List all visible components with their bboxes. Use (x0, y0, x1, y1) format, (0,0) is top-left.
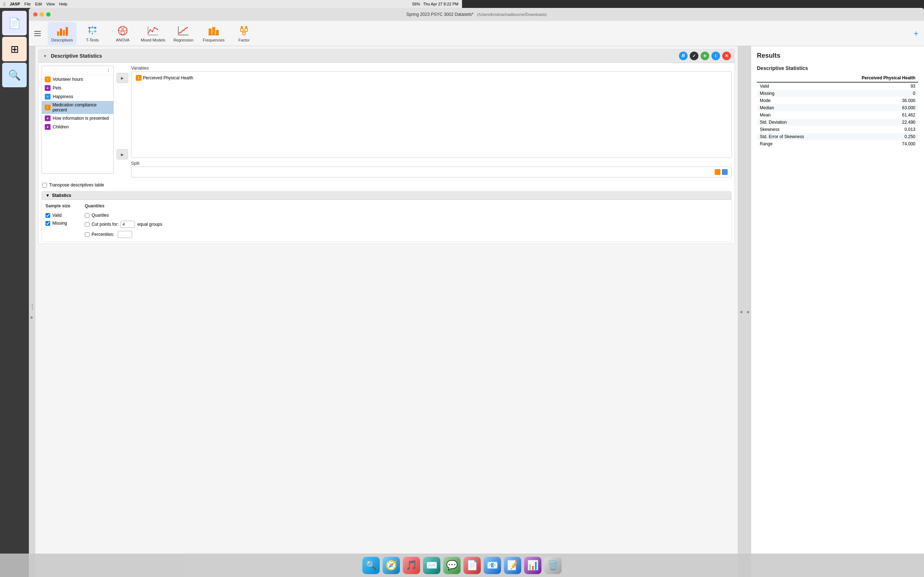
svg-line-35 (179, 27, 188, 34)
battery-status: 56% (412, 2, 420, 6)
var-item-how-info[interactable]: ● How information is presented (42, 114, 113, 122)
datetime: Thu Apr 27 8:22 PM (423, 2, 459, 6)
svg-marker-15 (92, 26, 93, 29)
var-item-volunteer-hours[interactable]: ⟨ Volunteer hours (42, 75, 113, 84)
toolbar-mixed-models[interactable]: Mixed Models (139, 22, 168, 45)
split-drop-area[interactable] (131, 167, 462, 177)
regression-label: Regression (173, 38, 194, 42)
svg-point-17 (119, 27, 122, 31)
transpose-label[interactable]: Transpose descriptives table (49, 182, 104, 187)
menu-edit[interactable]: Edit (35, 2, 42, 6)
svg-point-42 (242, 32, 246, 35)
percentiles-input[interactable] (118, 231, 132, 238)
right-config: Variables ⟨ Perceived Physical Health Sp… (131, 66, 462, 177)
var-label-volunteer-hours: Volunteer hours (53, 77, 83, 82)
var-item-medication[interactable]: ⟨ Medication compliance percent (42, 101, 113, 114)
quartiles-checkbox[interactable] (85, 213, 89, 218)
thumbnail-word[interactable]: 📄 (2, 11, 27, 35)
svg-point-24 (152, 31, 153, 32)
title-bar: Spring 2023 PSYC 3002 Datasets* (/Users/… (29, 8, 462, 21)
analysis-collapse-button[interactable]: ▼ (42, 53, 48, 59)
svg-rect-37 (212, 27, 215, 35)
cut-points-row: Cut points for: equal groups (85, 221, 162, 228)
missing-checkbox[interactable] (45, 221, 50, 226)
frequencies-label: Frequencies (203, 38, 225, 42)
var-icon-nominal2: ● (45, 115, 50, 121)
variables-drop-area[interactable]: ⟨ Perceived Physical Health (131, 71, 462, 158)
svg-line-44 (244, 31, 246, 32)
maximize-button[interactable] (46, 12, 50, 16)
ttests-label: T-Tests (86, 38, 99, 42)
minimize-button[interactable] (40, 12, 44, 16)
statistics-body: Sample size Valid Missing (42, 200, 462, 242)
toolbar-factor[interactable]: Factor (229, 22, 258, 45)
analysis-panel: ▼ Descriptive Statistics R ✓ + i ✕ (36, 46, 462, 288)
analysis-body: ↕ ⟨ Volunteer hours ● Pets (39, 63, 462, 180)
side-thumbnails: 📄 ⊞ 🔍 (0, 8, 29, 288)
svg-point-46 (245, 26, 247, 28)
var-icon-nominal: ● (45, 85, 50, 91)
close-button[interactable] (33, 12, 37, 16)
svg-point-26 (157, 29, 158, 30)
toolbar-frequencies[interactable]: Frequencies (199, 22, 228, 45)
svg-marker-14 (92, 33, 93, 35)
var-item-pets[interactable]: ● Pets (42, 84, 113, 92)
toolbar-anova[interactable]: ANOVA (108, 22, 137, 45)
mixed-models-label: Mixed Models (141, 38, 165, 42)
percentiles-checkbox[interactable] (85, 232, 89, 237)
cut-points-label[interactable]: Cut points for: (92, 222, 119, 227)
svg-rect-6 (66, 27, 68, 36)
var-item-children[interactable]: ● Children (42, 122, 113, 131)
svg-rect-41 (245, 29, 247, 31)
move-to-variables-button[interactable]: ▶ (116, 73, 128, 83)
menu-file[interactable]: File (24, 2, 31, 6)
var-icon-scale2: ⟨ (45, 105, 50, 110)
statistics-header: ▼ Statistics (42, 192, 462, 200)
var-item-happiness[interactable]: ≡ Happiness (42, 92, 113, 101)
app-menu-jasp[interactable]: JASP (10, 2, 20, 6)
missing-label[interactable]: Missing (52, 221, 67, 226)
svg-point-23 (149, 29, 151, 31)
valid-checkbox[interactable] (45, 213, 50, 218)
move-to-split-button[interactable]: ▶ (116, 149, 128, 160)
missing-check-item: Missing (45, 221, 70, 226)
var-label-pets: Pets (53, 85, 61, 90)
toolbar-regression[interactable]: Regression (169, 22, 198, 45)
toolbar-ttests[interactable]: T-Tests (78, 22, 107, 45)
quartiles-label[interactable]: Quartiles (92, 213, 109, 218)
valid-label[interactable]: Valid (52, 213, 62, 218)
var-icon-continuous: ≡ (45, 94, 50, 100)
thumbnail-apps[interactable]: ⊞ (2, 37, 27, 61)
analysis-card-header: ▼ Descriptive Statistics R ✓ + i ✕ (39, 49, 462, 63)
menu-view[interactable]: View (46, 2, 55, 6)
svg-rect-40 (241, 29, 243, 31)
apple-icon[interactable]:  (3, 2, 5, 7)
thumbnail-finder[interactable]: 🔍 (2, 63, 27, 87)
variables-label: Variables (131, 66, 462, 71)
assigned-var-icon: ⟨ (136, 75, 142, 81)
variables-drop-section: Variables ⟨ Perceived Physical Health (131, 66, 462, 158)
left-sidebar-toggle[interactable]: ▶ (29, 46, 36, 288)
split-section: Split (131, 161, 462, 177)
statistics-section: ▼ Statistics Sample size Valid (42, 191, 462, 242)
toolbar-descriptives[interactable]: Descriptives (48, 22, 76, 45)
menu-toggle-button[interactable] (32, 28, 43, 39)
svg-rect-5 (63, 30, 65, 36)
percentiles-label[interactable]: Percentiles: (92, 232, 115, 237)
assigned-var-label: Perceived Physical Health (143, 76, 193, 81)
svg-rect-3 (57, 31, 59, 36)
valid-check-item: Valid (45, 213, 70, 218)
statistics-collapse-icon: ▼ (45, 193, 50, 198)
main-content: ▶ ▼ Descriptive Statistics R ✓ + i ✕ (29, 46, 462, 288)
sort-variables-button[interactable]: ↕ (105, 67, 112, 74)
menubar-right: 56% Thu Apr 27 8:22 PM (412, 2, 459, 6)
var-label-children: Children (53, 124, 69, 129)
window-title: Spring 2023 PSYC 3002 Datasets* (/Users/… (406, 12, 462, 17)
cut-points-checkbox[interactable] (85, 222, 89, 227)
cut-points-input[interactable] (121, 221, 135, 228)
menubar:  JASP File Edit View Help 56% Thu Apr 2… (0, 0, 462, 8)
menu-help[interactable]: Help (59, 2, 68, 6)
transpose-checkbox[interactable] (42, 183, 47, 187)
svg-point-18 (123, 27, 127, 31)
app-window: Spring 2023 PSYC 3002 Datasets* (/Users/… (29, 8, 462, 288)
